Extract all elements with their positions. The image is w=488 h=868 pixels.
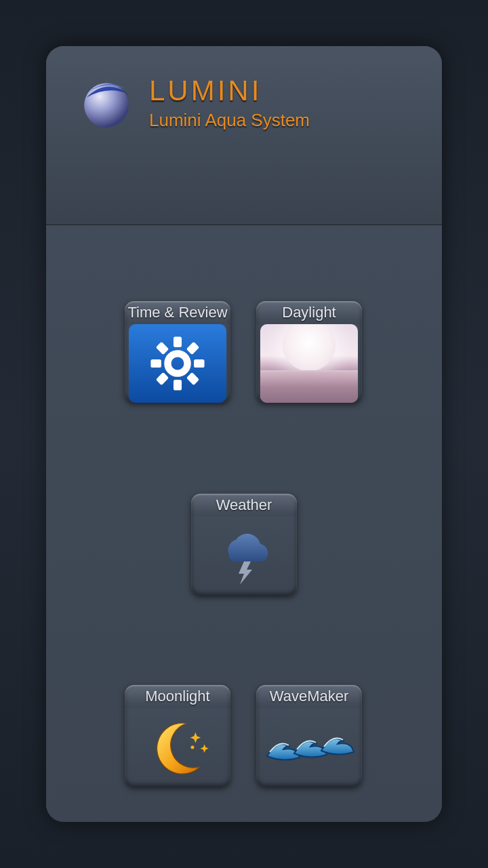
tile-label: Moonlight (125, 685, 230, 708)
svg-rect-8 (156, 342, 169, 355)
brand-logo-icon (79, 75, 134, 131)
tile-weather[interactable]: Weather (191, 494, 297, 595)
menu-grid: Time & Review (46, 225, 442, 822)
svg-point-10 (190, 745, 194, 749)
tile-moonlight[interactable]: Moonlight (125, 685, 230, 787)
header: LUMINI Lumini Aqua System (46, 46, 442, 225)
brand: LUMINI Lumini Aqua System (79, 75, 310, 131)
tile-label: WaveMaker (256, 685, 362, 708)
storm-icon (195, 517, 293, 595)
tile-daylight[interactable]: Daylight (256, 301, 362, 403)
tile-label: Weather (191, 494, 297, 517)
moon-icon (129, 708, 226, 787)
svg-rect-4 (150, 359, 161, 368)
waves-icon (260, 708, 358, 787)
svg-rect-3 (174, 380, 182, 390)
tile-label: Time & Review (125, 301, 230, 324)
svg-point-1 (167, 353, 187, 373)
svg-rect-9 (186, 372, 199, 385)
gear-icon (129, 324, 226, 403)
tile-wavemaker[interactable]: WaveMaker (256, 685, 362, 787)
tile-time-review[interactable]: Time & Review (125, 301, 230, 403)
svg-rect-7 (156, 372, 169, 385)
svg-rect-6 (186, 342, 199, 355)
sunrise-icon (260, 324, 358, 403)
svg-rect-2 (174, 336, 182, 347)
svg-rect-5 (194, 359, 204, 368)
brand-subtitle: Lumini Aqua System (149, 110, 310, 131)
brand-title: LUMINI (149, 75, 310, 107)
tile-label: Daylight (256, 301, 362, 324)
main-panel: LUMINI Lumini Aqua System Time & Review (46, 46, 442, 822)
